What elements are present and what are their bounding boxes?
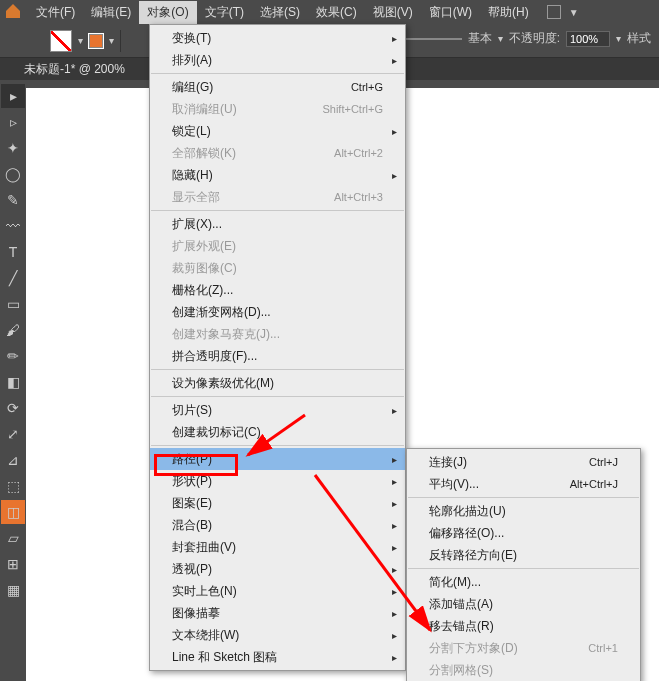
menu-item[interactable]: 切片(S)▸ — [150, 399, 405, 421]
menu-item[interactable]: 连接(J)Ctrl+J — [407, 451, 640, 473]
menu-item[interactable]: 反转路径方向(E) — [407, 544, 640, 566]
menu-item[interactable]: 图案(E)▸ — [150, 492, 405, 514]
menu-item[interactable]: 隐藏(H)▸ — [150, 164, 405, 186]
menu-item[interactable]: 扩展(X)... — [150, 213, 405, 235]
home-icon[interactable] — [4, 2, 22, 20]
menu-item[interactable]: 轮廓化描边(U) — [407, 500, 640, 522]
menu-item[interactable]: 透视(P)▸ — [150, 558, 405, 580]
lasso-tool[interactable]: ◯ — [1, 162, 25, 186]
menu-item-label: 取消编组(U) — [172, 101, 322, 118]
menu-文字[interactable]: 文字(T) — [197, 1, 252, 24]
brush-tool[interactable]: 🖌 — [1, 318, 25, 342]
menu-item-label: 变换(T) — [172, 30, 383, 47]
scale-tool[interactable]: ⤢ — [1, 422, 25, 446]
submenu-arrow-icon: ▸ — [392, 33, 397, 44]
type-tool[interactable]: T — [1, 240, 25, 264]
selection-tool[interactable]: ▸ — [1, 84, 25, 108]
perspective-tool[interactable]: ▱ — [1, 526, 25, 550]
menu-item: 取消编组(U)Shift+Ctrl+G — [150, 98, 405, 120]
menu-item-label: 平均(V)... — [429, 476, 570, 493]
width-tool[interactable]: ⊿ — [1, 448, 25, 472]
submenu-arrow-icon: ▸ — [392, 542, 397, 553]
menu-item[interactable]: 创建渐变网格(D)... — [150, 301, 405, 323]
menu-item[interactable]: 锁定(L)▸ — [150, 120, 405, 142]
menu-编辑[interactable]: 编辑(E) — [83, 1, 139, 24]
basic-label[interactable]: 基本 — [468, 30, 492, 47]
stroke-swatch[interactable] — [89, 34, 103, 48]
menu-对象[interactable]: 对象(O) — [139, 1, 196, 24]
menu-item[interactable]: 实时上色(N)▸ — [150, 580, 405, 602]
menu-item[interactable]: 变换(T)▸ — [150, 27, 405, 49]
free-transform-tool[interactable]: ⬚ — [1, 474, 25, 498]
fill-dropdown[interactable]: ▾ — [78, 35, 83, 46]
menu-选择[interactable]: 选择(S) — [252, 1, 308, 24]
pen-tool[interactable]: ✎ — [1, 188, 25, 212]
menu-视图[interactable]: 视图(V) — [365, 1, 421, 24]
menu-item[interactable]: 栅格化(Z)... — [150, 279, 405, 301]
menu-item[interactable]: 图像描摹▸ — [150, 602, 405, 624]
menu-item: 裁剪图像(C) — [150, 257, 405, 279]
menu-效果[interactable]: 效果(C) — [308, 1, 365, 24]
pencil-tool[interactable]: ✏ — [1, 344, 25, 368]
menu-item-label: 封套扭曲(V) — [172, 539, 383, 556]
menu-文件[interactable]: 文件(F) — [28, 1, 83, 24]
menu-item[interactable]: 创建裁切标记(C) — [150, 421, 405, 443]
menu-item[interactable]: 拼合透明度(F)... — [150, 345, 405, 367]
submenu-arrow-icon: ▸ — [392, 630, 397, 641]
menu-item-label: 锁定(L) — [172, 123, 383, 140]
fill-swatch[interactable] — [50, 30, 72, 52]
rect-tool[interactable]: ▭ — [1, 292, 25, 316]
style-label[interactable]: 样式 — [627, 30, 651, 47]
submenu-arrow-icon: ▸ — [392, 586, 397, 597]
menu-item[interactable]: 简化(M)... — [407, 571, 640, 593]
shape-builder-tool[interactable]: ◫ — [1, 500, 25, 524]
menu-item[interactable]: Line 和 Sketch 图稿▸ — [150, 646, 405, 668]
menu-item-label: 拼合透明度(F)... — [172, 348, 383, 365]
menu-item[interactable]: 封套扭曲(V)▸ — [150, 536, 405, 558]
document-tab[interactable]: 未标题-1* @ 200% — [24, 61, 125, 78]
menu-item[interactable]: 平均(V)...Alt+Ctrl+J — [407, 473, 640, 495]
menu-item[interactable]: 设为像素级优化(M) — [150, 372, 405, 394]
rotate-tool[interactable]: ⟳ — [1, 396, 25, 420]
menu-item[interactable]: 添加锚点(A) — [407, 593, 640, 615]
menu-item[interactable]: 路径(P)▸ — [150, 448, 405, 470]
submenu-arrow-icon: ▸ — [392, 405, 397, 416]
menu-item[interactable]: 编组(G)Ctrl+G — [150, 76, 405, 98]
magic-wand-tool[interactable]: ✦ — [1, 136, 25, 160]
gradient-tool[interactable]: ▦ — [1, 578, 25, 602]
menu-item[interactable]: 文本绕排(W)▸ — [150, 624, 405, 646]
shortcut: Alt+Ctrl+3 — [334, 191, 383, 203]
menu-帮助[interactable]: 帮助(H) — [480, 1, 537, 24]
eraser-tool[interactable]: ◧ — [1, 370, 25, 394]
menu-extra-1[interactable] — [547, 5, 561, 19]
menu-item-label: 全部解锁(K) — [172, 145, 334, 162]
stroke-preview[interactable] — [402, 38, 462, 40]
menu-item-label: 连接(J) — [429, 454, 589, 471]
menu-item-label: 图像描摹 — [172, 605, 383, 622]
menu-item[interactable]: 排列(A)▸ — [150, 49, 405, 71]
opacity-input[interactable] — [566, 31, 610, 47]
menu-item[interactable]: 混合(B)▸ — [150, 514, 405, 536]
menu-item[interactable]: 偏移路径(O)... — [407, 522, 640, 544]
direct-select-tool[interactable]: ▹ — [1, 110, 25, 134]
menu-item-label: 图案(E) — [172, 495, 383, 512]
menu-item-label: 实时上色(N) — [172, 583, 383, 600]
submenu-arrow-icon: ▸ — [392, 498, 397, 509]
menu-item-label: 扩展(X)... — [172, 216, 383, 233]
menu-窗口[interactable]: 窗口(W) — [421, 1, 480, 24]
submenu-arrow-icon: ▸ — [392, 652, 397, 663]
menu-item-label: 切片(S) — [172, 402, 383, 419]
object-menu: 变换(T)▸排列(A)▸编组(G)Ctrl+G取消编组(U)Shift+Ctrl… — [149, 24, 406, 671]
menu-dropdown[interactable]: ▼ — [569, 7, 579, 18]
curvature-tool[interactable]: 〰 — [1, 214, 25, 238]
separator — [151, 73, 404, 74]
submenu-arrow-icon: ▸ — [392, 476, 397, 487]
opacity-label: 不透明度: — [509, 30, 560, 47]
menu-item[interactable]: 移去锚点(R) — [407, 615, 640, 637]
line-tool[interactable]: ╱ — [1, 266, 25, 290]
separator — [151, 445, 404, 446]
menu-item: 显示全部Alt+Ctrl+3 — [150, 186, 405, 208]
stroke-dropdown[interactable]: ▾ — [109, 35, 114, 46]
menu-item[interactable]: 形状(P)▸ — [150, 470, 405, 492]
mesh-tool[interactable]: ⊞ — [1, 552, 25, 576]
